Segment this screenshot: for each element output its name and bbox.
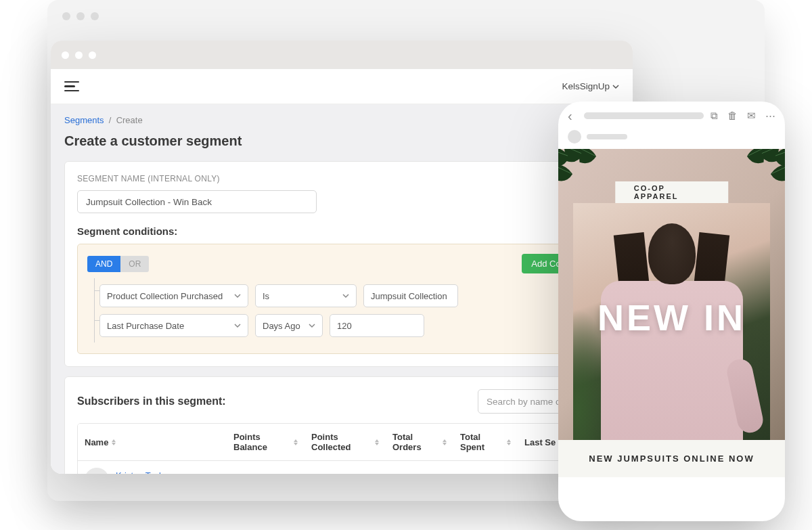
sender-placeholder <box>587 134 627 139</box>
breadcrumb-parent[interactable]: Segments <box>64 115 104 125</box>
subscribers-table: Name Points Balance Points Collected Tot… <box>77 423 606 474</box>
email-hero: CO-OP APPAREL NEW IN <box>558 149 785 440</box>
and-button[interactable]: AND <box>87 256 120 272</box>
delete-icon[interactable]: 🗑 <box>727 110 738 122</box>
window-controls <box>62 12 99 20</box>
avatar: KT <box>85 468 109 474</box>
chevron-down-icon <box>234 322 241 329</box>
condition-field-select[interactable]: Product Collection Purchased <box>99 284 248 307</box>
column-total-spent[interactable]: Total Spent <box>453 424 518 460</box>
sender-avatar <box>568 130 581 143</box>
condition-operator-select[interactable]: Is <box>255 284 357 307</box>
page-content: Segments / Create Create a customer segm… <box>51 104 633 474</box>
chevron-down-icon <box>342 292 349 299</box>
chevron-down-icon <box>309 322 315 329</box>
back-icon[interactable]: ‹ <box>568 108 577 124</box>
column-points-balance[interactable]: Points Balance <box>227 424 304 460</box>
condition-field-select[interactable]: Last Purchase Date <box>99 314 248 337</box>
subject-placeholder <box>584 112 704 119</box>
segment-name-input[interactable] <box>77 190 317 213</box>
more-icon[interactable]: ⋯ <box>765 110 775 122</box>
condition-operator-select[interactable]: Days Ago <box>255 314 323 337</box>
account-dropdown[interactable]: KelsSignUp <box>562 81 619 91</box>
chevron-down-icon <box>234 292 241 299</box>
chevron-down-icon <box>612 83 619 90</box>
window-controls <box>62 51 96 59</box>
conditions-box: AND OR Add Condition Product Collection … <box>77 244 606 354</box>
leaf-decoration <box>740 149 785 190</box>
account-name: KelsSignUp <box>562 81 610 91</box>
sort-icon <box>294 439 298 445</box>
or-button[interactable]: OR <box>120 256 149 272</box>
condition-row: Product Collection Purchased Is Jumpsuit… <box>99 284 596 307</box>
email-headline: NEW IN <box>558 296 785 338</box>
segment-form-card: SEGMENT NAME (INTERNAL ONLY) Segment con… <box>64 161 619 367</box>
archive-icon[interactable]: ⧉ <box>710 110 718 122</box>
column-points-collected[interactable]: Points Collected <box>304 424 386 460</box>
subscriber-name[interactable]: Kristen Taylor <box>116 470 204 474</box>
table-header: Name Points Balance Points Collected Tot… <box>78 424 606 461</box>
segment-name-label: SEGMENT NAME (INTERNAL ONLY) <box>77 174 606 183</box>
phone-mockup: ‹ ⧉ 🗑 ✉ ⋯ CO-OP APPAREL <box>558 102 785 521</box>
sort-icon <box>443 439 447 445</box>
email-meta <box>558 130 785 149</box>
page-title: Create a customer segment <box>64 133 619 149</box>
menu-icon[interactable] <box>64 81 79 92</box>
breadcrumb: Segments / Create <box>64 115 619 125</box>
sort-icon <box>375 439 379 445</box>
titlebar <box>51 41 633 69</box>
condition-value[interactable]: 120 <box>330 314 424 337</box>
breadcrumb-current: Create <box>116 115 143 125</box>
conditions-heading: Segment conditions: <box>77 225 606 237</box>
sort-icon <box>507 439 511 445</box>
condition-value[interactable]: Jumpsuit Collection <box>363 284 458 307</box>
admin-window: KelsSignUp Segments / Create Create a cu… <box>51 41 633 474</box>
and-or-toggle: AND OR <box>87 256 149 272</box>
email-brand: CO-OP APPAREL <box>615 181 729 203</box>
subscribers-card: Subscribers in this segment: Name Points… <box>64 376 619 474</box>
subscribers-heading: Subscribers in this segment: <box>77 395 226 407</box>
column-name[interactable]: Name <box>78 424 227 460</box>
email-body: CO-OP APPAREL NEW IN NEW JUMPSUITS ONLIN… <box>558 149 785 477</box>
sort-icon <box>112 439 116 445</box>
mail-icon[interactable]: ✉ <box>747 110 756 122</box>
email-toolbar: ‹ ⧉ 🗑 ✉ ⋯ <box>558 102 785 130</box>
condition-row: Last Purchase Date Days Ago 120 <box>99 314 596 337</box>
column-total-orders[interactable]: Total Orders <box>386 424 453 460</box>
leaf-decoration <box>558 149 603 190</box>
email-cta: NEW JUMPSUITS ONLINE NOW <box>558 440 785 477</box>
topbar: KelsSignUp <box>51 69 633 104</box>
table-row[interactable]: KT Kristen Taylor kristentaylor@mail.com… <box>78 461 606 474</box>
